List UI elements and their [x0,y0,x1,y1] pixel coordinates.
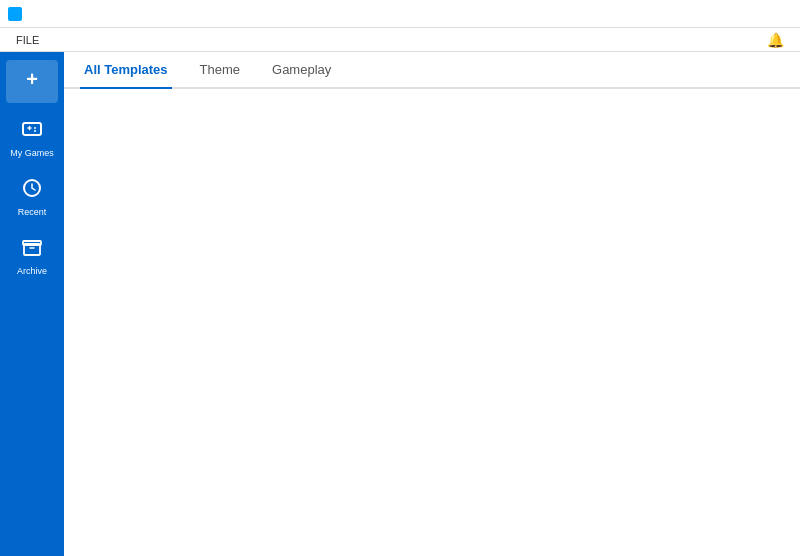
sidebar-item-my-games-label: My Games [10,148,54,158]
sidebar-item-recent-label: Recent [18,207,47,217]
title-bar [0,0,800,28]
app-body: + My Games Recent [0,52,800,556]
svg-point-2 [34,130,36,132]
notification-bell[interactable]: 🔔 [759,28,792,52]
main-content: All Templates Theme Gameplay [64,52,800,556]
file-menu[interactable]: FILE [8,32,47,48]
new-button[interactable]: + [6,60,58,103]
plus-icon: + [26,68,38,91]
sidebar-item-archive-label: Archive [17,266,47,276]
recent-icon [22,178,42,203]
tabs-bar: All Templates Theme Gameplay [64,52,800,89]
templates-grid [64,89,800,556]
archive-icon [22,237,42,262]
close-button[interactable] [772,4,792,24]
tab-gameplay[interactable]: Gameplay [268,52,335,89]
sidebar-item-archive[interactable]: Archive [0,227,64,286]
minimize-button[interactable] [728,4,748,24]
tab-all-templates[interactable]: All Templates [80,52,172,89]
menu-bar: FILE 🔔 [0,28,800,52]
svg-point-1 [34,127,36,129]
maximize-button[interactable] [750,4,770,24]
app-icon [8,7,22,21]
my-games-icon [21,117,43,144]
sidebar-item-recent[interactable]: Recent [0,168,64,227]
svg-rect-5 [23,241,41,245]
tab-theme[interactable]: Theme [196,52,244,89]
window-controls [728,4,792,24]
svg-rect-0 [23,123,41,135]
sidebar-item-my-games[interactable]: My Games [0,107,64,168]
sidebar: + My Games Recent [0,52,64,556]
